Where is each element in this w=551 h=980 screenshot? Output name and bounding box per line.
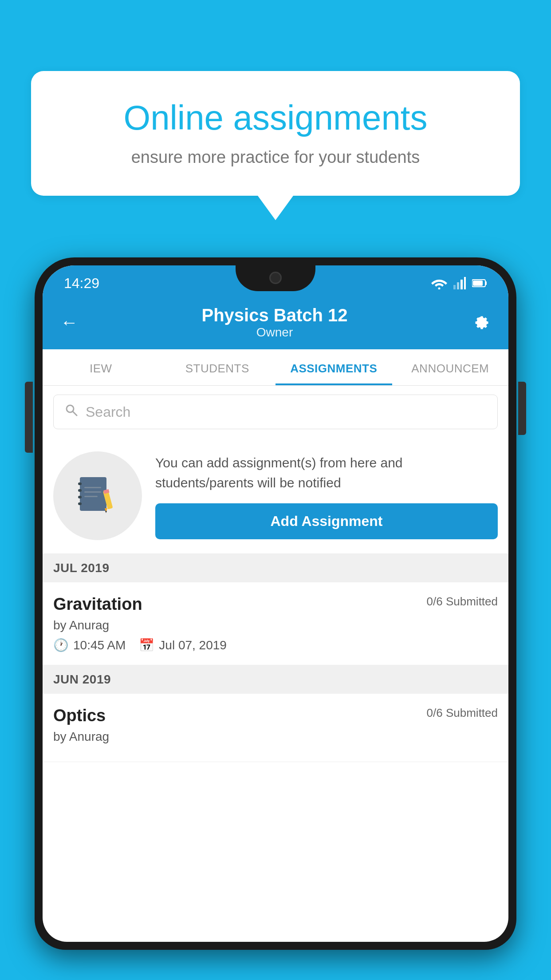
tab-students[interactable]: STUDENTS	[159, 349, 276, 385]
search-box[interactable]: Search	[53, 395, 498, 429]
svg-line-9	[73, 411, 77, 415]
notebook-icon	[75, 474, 120, 518]
assignment-date: Jul 07, 2019	[159, 638, 227, 652]
svg-rect-4	[464, 277, 466, 289]
tabs-bar: IEW STUDENTS ASSIGNMENTS ANNOUNCEM	[43, 349, 508, 386]
phone-wrapper: 14:29	[35, 257, 516, 980]
speech-bubble-wrapper: Online assignments ensure more practice …	[31, 71, 520, 220]
assignment-submitted: 0/6 Submitted	[427, 595, 498, 609]
add-assignment-button[interactable]: Add Assignment	[155, 503, 498, 539]
speech-bubble-subtitle: ensure more practice for your students	[62, 148, 489, 167]
assignment-item-optics[interactable]: Optics 0/6 Submitted by Anurag	[43, 694, 508, 762]
month-header-jul: JUL 2019	[43, 554, 508, 582]
search-placeholder-text: Search	[86, 404, 130, 420]
back-button[interactable]: ←	[60, 312, 78, 332]
wifi-icon	[431, 277, 447, 289]
svg-rect-7	[473, 281, 483, 286]
speech-bubble-tail	[258, 196, 293, 220]
speech-bubble-title: Online assignments	[62, 98, 489, 138]
calendar-icon: 📅	[139, 638, 154, 652]
svg-rect-6	[485, 281, 487, 285]
signal-icon	[453, 277, 466, 289]
add-assignment-section: You can add assignment(s) from here and …	[43, 438, 508, 554]
tab-announcements[interactable]: ANNOUNCEM	[392, 349, 509, 385]
svg-rect-1	[453, 285, 456, 289]
svg-rect-12	[78, 489, 82, 492]
status-icons	[431, 277, 487, 289]
svg-rect-16	[84, 491, 101, 493]
add-assignment-description: You can add assignment(s) from here and …	[155, 453, 498, 493]
month-header-jun: JUN 2019	[43, 665, 508, 694]
clock-icon: 🕐	[53, 638, 69, 652]
svg-rect-11	[78, 482, 82, 485]
settings-button[interactable]	[471, 311, 491, 334]
assignment-icon-circle	[53, 451, 142, 540]
header-title: Physics Batch 12	[201, 305, 347, 325]
svg-rect-2	[457, 282, 459, 289]
assignment-author: by Anurag	[53, 618, 498, 632]
tab-assignments[interactable]: ASSIGNMENTS	[276, 349, 392, 385]
svg-rect-15	[84, 487, 101, 488]
assignment-meta: 🕐 10:45 AM 📅 Jul 07, 2019	[53, 638, 498, 652]
phone-screen: 14:29	[43, 265, 508, 942]
assignment-item-top: Gravitation 0/6 Submitted	[53, 595, 498, 614]
svg-point-0	[438, 288, 441, 290]
assignment-date-meta: 📅 Jul 07, 2019	[139, 638, 227, 652]
assignment-time-meta: 🕐 10:45 AM	[53, 638, 126, 652]
svg-rect-14	[78, 502, 82, 505]
search-container: Search	[43, 386, 508, 438]
phone-outer: 14:29	[35, 257, 516, 950]
app-header: ← Physics Batch 12 Owner	[43, 297, 508, 349]
status-time: 14:29	[64, 275, 99, 292]
assignment-time: 10:45 AM	[73, 638, 126, 652]
battery-icon	[472, 279, 487, 288]
svg-rect-17	[84, 496, 98, 497]
speech-bubble-card: Online assignments ensure more practice …	[31, 71, 520, 196]
tab-iew[interactable]: IEW	[43, 349, 159, 385]
optics-submitted: 0/6 Submitted	[427, 706, 498, 720]
svg-rect-13	[78, 496, 82, 498]
phone-notch	[236, 265, 315, 291]
phone-camera	[269, 272, 282, 284]
svg-marker-20	[105, 511, 107, 513]
assignment-item-optics-top: Optics 0/6 Submitted	[53, 706, 498, 725]
header-center: Physics Batch 12 Owner	[201, 305, 347, 340]
optics-author: by Anurag	[53, 730, 498, 744]
assignment-name: Gravitation	[53, 595, 142, 614]
svg-rect-10	[80, 477, 106, 511]
assignment-item-gravitation[interactable]: Gravitation 0/6 Submitted by Anurag 🕐 10…	[43, 582, 508, 665]
header-subtitle: Owner	[201, 325, 347, 340]
optics-name: Optics	[53, 706, 106, 725]
add-assignment-right: You can add assignment(s) from here and …	[155, 453, 498, 539]
search-icon	[64, 403, 79, 421]
svg-rect-3	[460, 280, 463, 289]
